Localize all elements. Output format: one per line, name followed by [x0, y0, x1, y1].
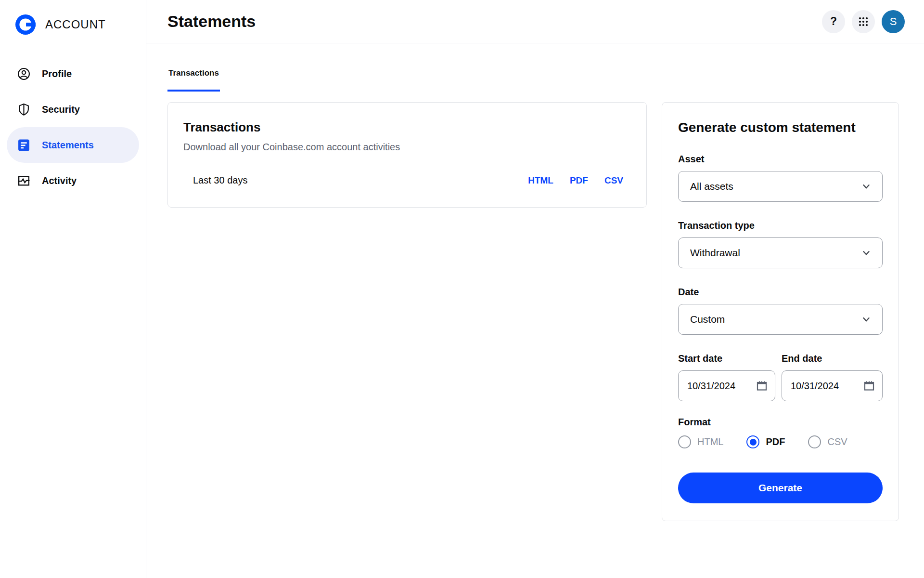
statements-icon — [17, 139, 30, 152]
grid-icon — [858, 16, 869, 27]
calendar-icon — [863, 380, 875, 392]
main-area: Statements ? S — [146, 0, 924, 578]
transaction-type-select-value: Withdrawal — [690, 247, 740, 259]
profile-icon — [17, 67, 30, 80]
date-label: Date — [678, 287, 883, 298]
format-radio-group: HTML PDF CSV — [678, 435, 883, 448]
statement-row: Last 30 days HTML PDF CSV — [183, 175, 623, 186]
download-pdf-link[interactable]: PDF — [570, 175, 588, 186]
end-date-input[interactable]: 10/31/2024 — [782, 370, 883, 401]
apps-button[interactable] — [852, 10, 875, 33]
date-select-value: Custom — [690, 314, 725, 325]
sidebar-item-statements[interactable]: Statements — [7, 127, 139, 163]
transaction-type-label: Transaction type — [678, 220, 883, 231]
sidebar-item-label: Activity — [42, 175, 77, 186]
sidebar-item-security[interactable]: Security — [7, 92, 139, 127]
sidebar-item-activity[interactable]: Activity — [7, 163, 139, 198]
shield-icon — [17, 103, 30, 116]
chevron-down-icon — [861, 314, 872, 325]
format-option-html[interactable]: HTML — [678, 435, 723, 448]
chevron-down-icon — [861, 248, 872, 258]
sidebar-item-profile[interactable]: Profile — [7, 56, 139, 92]
radio-icon — [678, 435, 691, 448]
sidebar-item-label: Profile — [42, 68, 72, 79]
start-date-input[interactable]: 10/31/2024 — [678, 370, 775, 401]
download-html-link[interactable]: HTML — [528, 175, 553, 186]
help-button[interactable]: ? — [822, 10, 845, 33]
asset-label: Asset — [678, 154, 883, 165]
panel-title: Generate custom statement — [678, 120, 883, 135]
generate-button[interactable]: Generate — [678, 473, 883, 503]
topbar-actions: ? S — [822, 10, 905, 33]
download-csv-link[interactable]: CSV — [604, 175, 623, 186]
date-select[interactable]: Custom — [678, 304, 883, 335]
avatar[interactable]: S — [882, 10, 905, 33]
account-app: ACCOUNT Profile — [0, 0, 924, 578]
question-mark-icon: ? — [830, 15, 837, 28]
generate-statement-panel: Generate custom statement Asset All asse… — [662, 102, 899, 521]
asset-select-value: All assets — [690, 181, 733, 192]
card-subtitle: Download all your Coinbase.com account a… — [183, 142, 623, 153]
page-title: Statements — [167, 12, 256, 31]
transactions-card: Transactions Download all your Coinbase.… — [167, 102, 647, 208]
asset-select[interactable]: All assets — [678, 171, 883, 202]
card-title: Transactions — [183, 120, 623, 135]
radio-selected-icon — [746, 435, 759, 448]
radio-icon — [808, 435, 821, 448]
coinbase-logo-icon — [15, 14, 36, 35]
sidebar-item-label: Statements — [42, 140, 94, 151]
sidebar: ACCOUNT Profile — [0, 0, 146, 578]
sidebar-item-label: Security — [42, 104, 80, 115]
end-date-value: 10/31/2024 — [791, 381, 839, 392]
topbar: Statements ? S — [146, 0, 924, 43]
brand-name: ACCOUNT — [45, 18, 106, 31]
format-option-csv[interactable]: CSV — [808, 435, 847, 448]
transaction-type-select[interactable]: Withdrawal — [678, 237, 883, 268]
end-date-label: End date — [782, 353, 883, 364]
format-label: Format — [678, 417, 883, 428]
start-date-value: 10/31/2024 — [687, 381, 735, 392]
format-option-pdf[interactable]: PDF — [746, 435, 785, 448]
brand: ACCOUNT — [0, 0, 146, 35]
sidebar-nav: Profile Security — [0, 56, 146, 198]
start-date-label: Start date — [678, 353, 775, 364]
tab-transactions[interactable]: Transactions — [167, 68, 220, 92]
statement-period-label: Last 30 days — [193, 175, 247, 186]
tabs: Transactions — [167, 68, 899, 92]
content: Transactions Transactions Download all y… — [146, 43, 924, 521]
activity-icon — [17, 174, 30, 187]
download-links: HTML PDF CSV — [528, 175, 623, 186]
calendar-icon — [756, 380, 768, 392]
chevron-down-icon — [861, 181, 872, 192]
